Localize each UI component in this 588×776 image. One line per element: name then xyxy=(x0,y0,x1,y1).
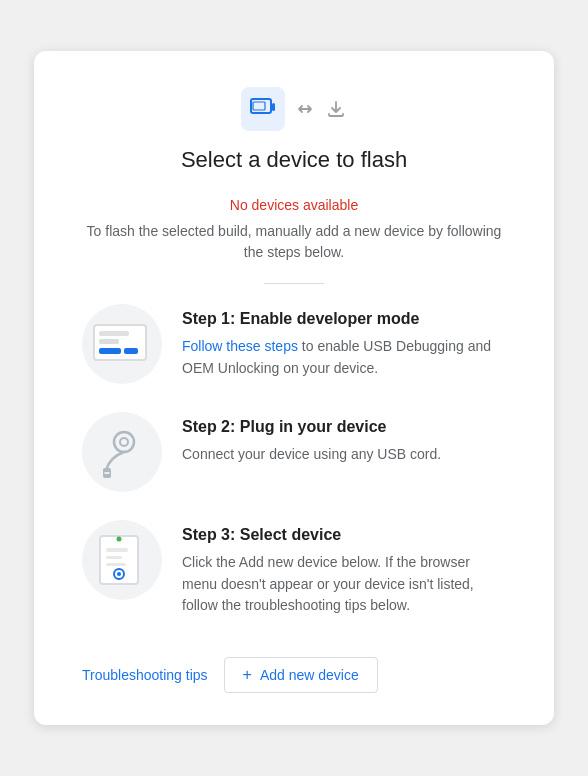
svg-rect-13 xyxy=(100,536,138,584)
main-card: Select a device to flash No devices avai… xyxy=(34,51,554,725)
step-2-desc: Connect your device using any USB cord. xyxy=(182,444,506,466)
troubleshooting-tips-link[interactable]: Troubleshooting tips xyxy=(82,667,208,683)
svg-point-14 xyxy=(117,536,122,541)
arrow-icon xyxy=(295,99,315,119)
header-icons xyxy=(82,87,506,131)
svg-rect-7 xyxy=(99,348,121,354)
no-devices-title: No devices available xyxy=(82,197,506,213)
svg-rect-5 xyxy=(99,331,129,336)
step-3-title: Step 3: Select device xyxy=(182,526,506,544)
step-3-content: Step 3: Select device Click the Add new … xyxy=(182,520,506,617)
step-2: Step 2: Plug in your device Connect your… xyxy=(82,412,506,492)
step-1-title: Step 1: Enable developer mode xyxy=(182,310,506,328)
step-2-title: Step 2: Plug in your device xyxy=(182,418,506,436)
add-device-label: Add new device xyxy=(260,667,359,683)
svg-point-10 xyxy=(120,438,128,446)
step-1: Step 1: Enable developer mode Follow the… xyxy=(82,304,506,384)
svg-rect-15 xyxy=(106,548,128,552)
step-1-desc: Follow these steps to enable USB Debuggi… xyxy=(182,336,506,379)
no-devices-desc: To flash the selected build, manually ad… xyxy=(82,221,506,263)
steps-list: Step 1: Enable developer mode Follow the… xyxy=(82,304,506,617)
svg-point-19 xyxy=(117,572,121,576)
svg-rect-16 xyxy=(106,556,122,559)
step-3: Step 3: Select device Click the Add new … xyxy=(82,520,506,617)
divider xyxy=(264,283,324,284)
no-devices-section: No devices available To flash the select… xyxy=(82,197,506,263)
step-3-icon xyxy=(92,530,152,590)
add-new-device-button[interactable]: + Add new device xyxy=(224,657,378,693)
plus-icon: + xyxy=(243,667,252,683)
step-1-icon-wrap xyxy=(82,304,162,384)
step-3-icon-wrap xyxy=(82,520,162,600)
svg-rect-8 xyxy=(124,348,138,354)
svg-point-9 xyxy=(114,432,134,452)
device-icon xyxy=(241,87,285,131)
svg-rect-17 xyxy=(106,563,126,566)
svg-rect-1 xyxy=(253,102,265,110)
step-1-content: Step 1: Enable developer mode Follow the… xyxy=(182,304,506,379)
footer: Troubleshooting tips + Add new device xyxy=(82,649,506,693)
step-2-icon-wrap xyxy=(82,412,162,492)
step-2-icon xyxy=(92,422,152,482)
step-3-desc: Click the Add new device below. If the b… xyxy=(182,552,506,617)
step-1-icon xyxy=(92,323,152,365)
svg-rect-6 xyxy=(99,339,119,344)
step-2-content: Step 2: Plug in your device Connect your… xyxy=(182,412,506,466)
svg-rect-3 xyxy=(272,103,275,111)
follow-these-steps-link[interactable]: Follow these steps xyxy=(182,338,298,354)
page-title: Select a device to flash xyxy=(82,147,506,173)
download-icon xyxy=(325,98,347,120)
